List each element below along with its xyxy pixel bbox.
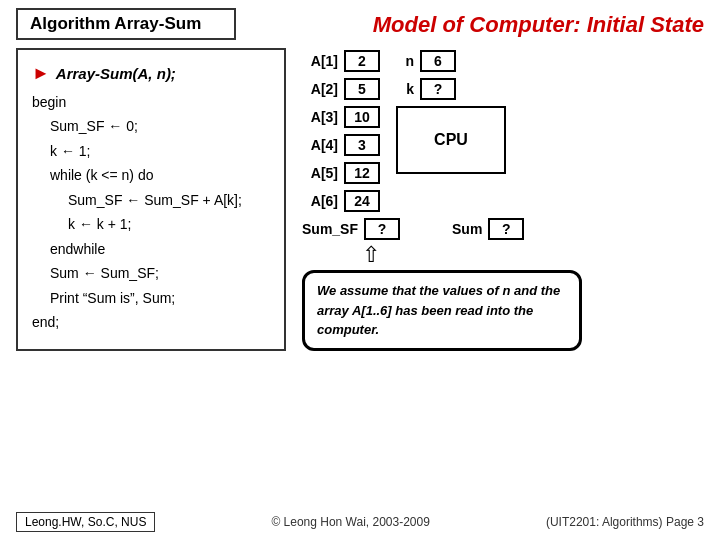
array-val-0: 2 — [344, 50, 380, 72]
var-val-k: ? — [420, 78, 456, 100]
pseudo-text-4: while (k <= n) do — [50, 163, 154, 188]
model-top: A[1] 2 A[2] 5 A[3] 10 A[4] 3 — [302, 48, 704, 214]
sum-val: ? — [488, 218, 524, 240]
array-row-2: A[3] 10 — [302, 104, 380, 130]
pseudo-text-2: Sum_SF ← 0; — [50, 114, 138, 139]
var-label-n: n — [396, 53, 414, 69]
var-row-n: n 6 — [396, 48, 506, 74]
array-val-5: 24 — [344, 190, 380, 212]
array-row-4: A[5] 12 — [302, 160, 380, 186]
cpu-label: CPU — [434, 131, 468, 149]
var-val-n: 6 — [420, 50, 456, 72]
pseudo-line-7: endwhile — [32, 237, 270, 262]
note-text: We assume that the values of n and the a… — [317, 283, 560, 337]
model-title: Model of Computer: Initial State — [373, 8, 704, 38]
array-label-2: A[3] — [302, 109, 338, 125]
sumSF-val: ? — [364, 218, 400, 240]
pseudo-line-0: ► Array-Sum(A, n); — [32, 58, 270, 90]
array-row-3: A[4] 3 — [302, 132, 380, 158]
pseudo-line-8: Sum ← Sum_SF; — [32, 261, 270, 286]
arrow-right-icon: ► — [32, 58, 50, 90]
pseudo-line-10: end; — [32, 310, 270, 335]
algorithm-title: Algorithm Array-Sum — [30, 14, 201, 33]
vars-cpu-section: n 6 k ? CPU — [396, 48, 506, 174]
title-bar: Algorithm Array-Sum Model of Computer: I… — [0, 0, 720, 44]
array-row-5: A[6] 24 — [302, 188, 380, 214]
pseudo-text-3: k ← 1; — [50, 139, 90, 164]
pseudo-text-1: begin — [32, 90, 66, 115]
note-box: We assume that the values of n and the a… — [302, 270, 582, 351]
sumSF-label: Sum_SF — [302, 221, 358, 237]
array-val-2: 10 — [344, 106, 380, 128]
pseudo-line-1: begin — [32, 90, 270, 115]
array-row-1: A[2] 5 — [302, 76, 380, 102]
array-label-1: A[2] — [302, 81, 338, 97]
array-section: A[1] 2 A[2] 5 A[3] 10 A[4] 3 — [302, 48, 380, 214]
pseudo-line-9: Print “Sum is”, Sum; — [32, 286, 270, 311]
algorithm-title-box: Algorithm Array-Sum — [16, 8, 236, 40]
main-layout: ► Array-Sum(A, n); begin Sum_SF ← 0; k ←… — [0, 44, 720, 351]
footer-copyright: © Leong Hon Wai, 2003-2009 — [271, 515, 430, 529]
sumSF-row: Sum_SF ? Sum ? — [302, 218, 704, 240]
model-panel: A[1] 2 A[2] 5 A[3] 10 A[4] 3 — [302, 48, 704, 351]
pseudo-line-3: k ← 1; — [32, 139, 270, 164]
array-label-3: A[4] — [302, 137, 338, 153]
pseudo-line-6: k ← k + 1; — [32, 212, 270, 237]
pseudo-text-0: Array-Sum(A, n); — [56, 61, 176, 87]
arrow-up-icon: ⇧ — [302, 242, 704, 268]
pseudo-text-7: endwhile — [50, 237, 105, 262]
array-label-0: A[1] — [302, 53, 338, 69]
pseudo-text-8: Sum ← Sum_SF; — [50, 261, 159, 286]
array-val-1: 5 — [344, 78, 380, 100]
pseudo-line-2: Sum_SF ← 0; — [32, 114, 270, 139]
cpu-box: CPU — [396, 106, 506, 174]
pseudo-text-6: k ← k + 1; — [68, 212, 131, 237]
array-val-4: 12 — [344, 162, 380, 184]
pseudo-line-4: while (k <= n) do — [32, 163, 270, 188]
array-label-5: A[6] — [302, 193, 338, 209]
array-val-3: 3 — [344, 134, 380, 156]
pseudocode-panel: ► Array-Sum(A, n); begin Sum_SF ← 0; k ←… — [16, 48, 286, 351]
cpu-row: CPU — [396, 106, 506, 174]
array-label-4: A[5] — [302, 165, 338, 181]
pseudo-text-9: Print “Sum is”, Sum; — [50, 286, 175, 311]
footer-page: (UIT2201: Algorithms) Page 3 — [546, 515, 704, 529]
pseudo-line-5: Sum_SF ← Sum_SF + A[k]; — [32, 188, 270, 213]
var-row-k: k ? — [396, 76, 506, 102]
array-row-0: A[1] 2 — [302, 48, 380, 74]
pseudo-text-10: end; — [32, 310, 59, 335]
footer-institution: Leong.HW, So.C, NUS — [16, 512, 155, 532]
pseudo-text-5: Sum_SF ← Sum_SF + A[k]; — [68, 188, 242, 213]
var-label-k: k — [396, 81, 414, 97]
footer: Leong.HW, So.C, NUS © Leong Hon Wai, 200… — [16, 512, 704, 532]
sum-label: Sum — [452, 221, 482, 237]
